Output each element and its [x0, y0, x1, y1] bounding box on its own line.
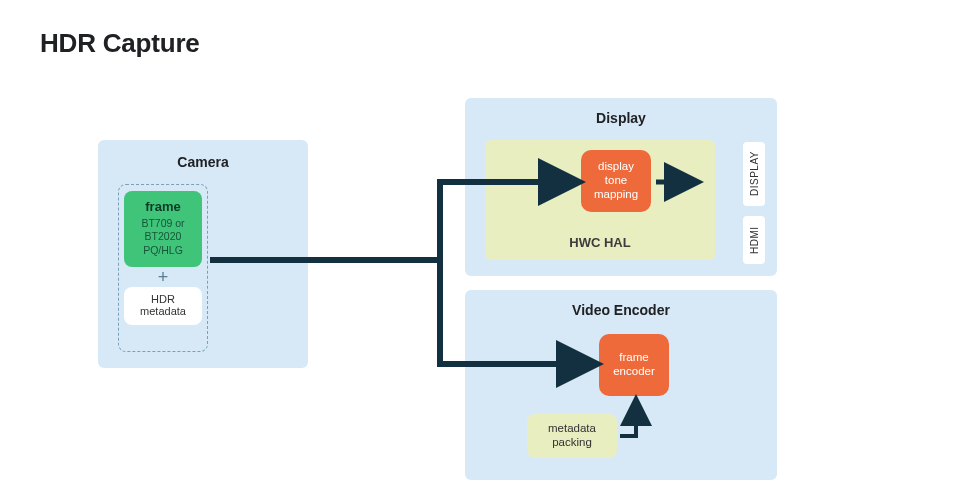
hwc-hal-box: display tone mapping HWC HAL [485, 140, 715, 260]
plus-icon: + [158, 268, 169, 286]
tone-map-line: display [581, 160, 651, 174]
display-output-label: DISPLAY [743, 142, 765, 206]
display-tone-mapping-chip: display tone mapping [581, 150, 651, 212]
frame-line: BT2020 [128, 230, 198, 243]
display-title: Display [465, 110, 777, 126]
hdr-meta-line: HDR [128, 293, 198, 305]
page-title: HDR Capture [40, 28, 200, 59]
camera-title: Camera [98, 154, 308, 170]
display-panel: Display display tone mapping HWC HAL DIS… [465, 98, 777, 276]
frame-encoder-chip: frame encoder [599, 334, 669, 396]
frame-line: PQ/HLG [128, 244, 198, 257]
hwc-hal-label: HWC HAL [485, 235, 715, 250]
encoder-title: Video Encoder [465, 302, 777, 318]
hdr-metadata-chip: HDR metadata [124, 287, 202, 325]
hdmi-output-label: HDMI [743, 216, 765, 264]
frame-line: BT709 or [128, 217, 198, 230]
meta-pack-line: metadata [527, 422, 617, 436]
frame-encoder-line: frame [599, 351, 669, 365]
tone-map-line: tone [581, 174, 651, 188]
frame-container: frame BT709 or BT2020 PQ/HLG + HDR metad… [118, 184, 208, 352]
camera-panel: Camera frame BT709 or BT2020 PQ/HLG + HD… [98, 140, 308, 368]
video-encoder-panel: Video Encoder frame encoder metadata pac… [465, 290, 777, 480]
meta-pack-line: packing [527, 436, 617, 450]
frame-chip: frame BT709 or BT2020 PQ/HLG [124, 191, 202, 267]
tone-map-line: mapping [581, 188, 651, 202]
frame-encoder-line: encoder [599, 365, 669, 379]
frame-heading: frame [128, 199, 198, 215]
metadata-packing-chip: metadata packing [527, 414, 617, 458]
hdr-meta-line: metadata [128, 305, 198, 317]
